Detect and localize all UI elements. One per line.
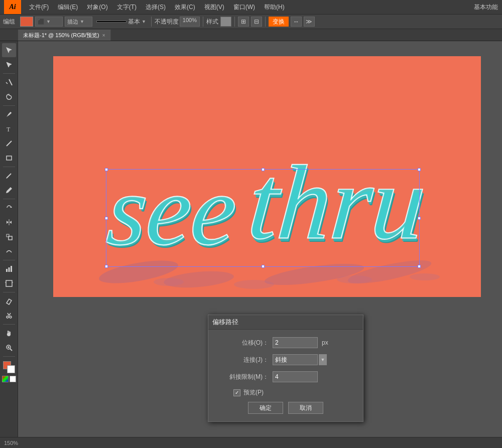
tool-magic-wand[interactable] <box>2 75 16 89</box>
stroke-line-label: 基本 <box>128 18 140 26</box>
transform-options-icon[interactable]: ↔ <box>291 17 302 27</box>
separator-4 <box>265 17 266 27</box>
tool-scissors[interactable] <box>2 309 16 323</box>
menu-bar[interactable]: 文件(F) 编辑(E) 对象(O) 文字(T) 选择(S) 效果(C) 视图(V… <box>25 2 474 13</box>
tool-pencil[interactable] <box>2 183 16 197</box>
menu-edit[interactable]: 编辑(E) <box>54 2 82 13</box>
stroke-line-preview <box>96 21 127 23</box>
tool-rectangle[interactable] <box>2 151 16 165</box>
separator-1 <box>151 17 152 27</box>
separator-2 <box>203 17 203 27</box>
brush-dropdown[interactable]: 描边 ▼ <box>65 17 92 27</box>
see-thru-artwork: see see thru thru see see thru thru see … <box>53 56 481 297</box>
svg-line-19 <box>9 313 11 316</box>
tool-scale[interactable] <box>2 230 16 244</box>
offset-row: 位移(O)： px <box>218 337 353 348</box>
join-row: 连接(J)： 斜接 ▼ <box>218 354 353 365</box>
tool-eraser[interactable] <box>2 294 16 308</box>
more-options-icon[interactable]: ≫ <box>304 17 315 27</box>
join-label: 连接(J)： <box>218 356 269 364</box>
svg-rect-10 <box>6 269 8 272</box>
tool-line[interactable] <box>2 136 16 151</box>
ai-logo-icon: Ai <box>4 0 21 14</box>
svg-line-21 <box>10 349 12 351</box>
tool-separator-4 <box>3 199 15 199</box>
menu-text[interactable]: 文字(T) <box>113 2 141 13</box>
tool-separator-2 <box>3 105 15 106</box>
tool-warp[interactable] <box>2 244 16 258</box>
tool-pen[interactable] <box>2 107 16 121</box>
miter-row: 斜接限制(M)： <box>218 371 353 382</box>
menu-view[interactable]: 视图(V) <box>200 2 228 13</box>
menu-object[interactable]: 对象(O) <box>83 2 111 13</box>
opacity-input[interactable]: 100% <box>180 17 200 27</box>
document-tab[interactable]: 未标题-1* @ 150% (RGB/预览) × <box>18 30 111 41</box>
title-bar: Ai 文件(F) 编辑(E) 对象(O) 文字(T) 选择(S) 效果(C) 视… <box>0 0 502 14</box>
style-swatch[interactable] <box>220 17 231 27</box>
toolbar: 编组 ⬛ ▼ 描边 ▼ 基本 ▼ 不透明度 100% 样式 ⊞ ⊟ 变换 ↔ ≫ <box>0 14 502 29</box>
menu-select[interactable]: 选择(S) <box>142 2 170 13</box>
stroke-dropdown[interactable]: ⬛ ▼ <box>35 17 63 27</box>
align-icon[interactable]: ⊞ <box>238 17 249 27</box>
menu-file[interactable]: 文件(F) <box>25 2 53 13</box>
main-area: T <box>0 41 502 437</box>
ok-button[interactable]: 确定 <box>248 402 283 414</box>
tab-bar: 未标题-1* @ 150% (RGB/预览) × <box>0 29 502 41</box>
join-select[interactable]: 斜接 <box>273 354 318 365</box>
tool-graph[interactable] <box>2 262 16 276</box>
tool-separator-3 <box>3 167 15 167</box>
fill-stroke-swatches[interactable] <box>2 360 16 374</box>
menu-help[interactable]: 帮助(H) <box>260 2 289 13</box>
preview-checkbox[interactable]: ✓ <box>233 389 240 396</box>
tool-artboard[interactable] <box>2 276 16 290</box>
style-label: 样式 <box>206 18 218 26</box>
opacity-label: 不透明度 <box>155 18 179 26</box>
tool-zoom[interactable] <box>2 341 16 355</box>
stroke-swatch[interactable] <box>7 365 15 373</box>
svg-text:thru: thru <box>244 144 430 261</box>
miter-input[interactable] <box>273 371 318 382</box>
tool-reflect[interactable] <box>2 215 16 229</box>
tool-hand[interactable] <box>2 326 16 340</box>
zoom-level: 150% <box>4 440 18 446</box>
svg-rect-13 <box>6 280 12 286</box>
mode-label: 编组 <box>3 18 15 26</box>
svg-rect-11 <box>8 267 10 272</box>
svg-point-29 <box>234 280 274 289</box>
svg-text:T: T <box>7 126 11 133</box>
offset-path-dialog: 偏移路径 位移(O)： px 连接(J)： 斜接 ▼ <box>208 315 363 422</box>
stroke-preview-area: 基本 ▼ <box>94 18 148 26</box>
tool-direct-selection[interactable] <box>2 58 16 72</box>
tool-selection[interactable] <box>2 43 16 57</box>
svg-line-18 <box>8 313 9 316</box>
menu-window[interactable]: 窗口(W) <box>229 2 259 13</box>
svg-point-16 <box>7 316 9 318</box>
svg-point-2 <box>10 112 11 114</box>
color-mode-buttons <box>2 376 16 382</box>
tab-close-icon[interactable]: × <box>102 33 105 38</box>
stroke-icon: ⬛ <box>38 19 45 25</box>
fill-color-swatch[interactable] <box>20 17 33 27</box>
offset-input[interactable] <box>273 337 318 348</box>
cancel-button[interactable]: 取消 <box>288 402 323 414</box>
tool-lasso[interactable] <box>2 90 16 104</box>
tool-paintbrush[interactable] <box>2 169 16 183</box>
none-icon[interactable] <box>10 376 16 382</box>
transform-button[interactable]: 变换 <box>269 17 289 27</box>
color-mode-icon[interactable] <box>2 376 9 382</box>
svg-rect-12 <box>11 266 12 272</box>
menu-effect[interactable]: 效果(C) <box>171 2 199 13</box>
opacity-field[interactable]: 不透明度 100% <box>155 17 200 27</box>
canvas-area[interactable]: see see thru thru see see thru thru see … <box>18 41 502 437</box>
dialog-title-bar[interactable]: 偏移路径 <box>208 315 363 330</box>
tool-type[interactable]: T <box>2 122 16 136</box>
distribute-icon[interactable]: ⊟ <box>251 17 262 27</box>
dialog-body: 位移(O)： px 连接(J)： 斜接 ▼ 斜接限制(M)： <box>208 330 363 421</box>
tool-rotate[interactable] <box>2 201 16 215</box>
brush-dropdown-arrow-icon: ▼ <box>80 19 84 24</box>
svg-rect-5 <box>7 156 12 160</box>
svg-point-31 <box>410 273 440 280</box>
offset-unit: px <box>322 339 328 346</box>
join-dropdown-arrow-icon[interactable]: ▼ <box>319 354 327 365</box>
preview-row: ✓ 预览(P) <box>233 388 353 397</box>
